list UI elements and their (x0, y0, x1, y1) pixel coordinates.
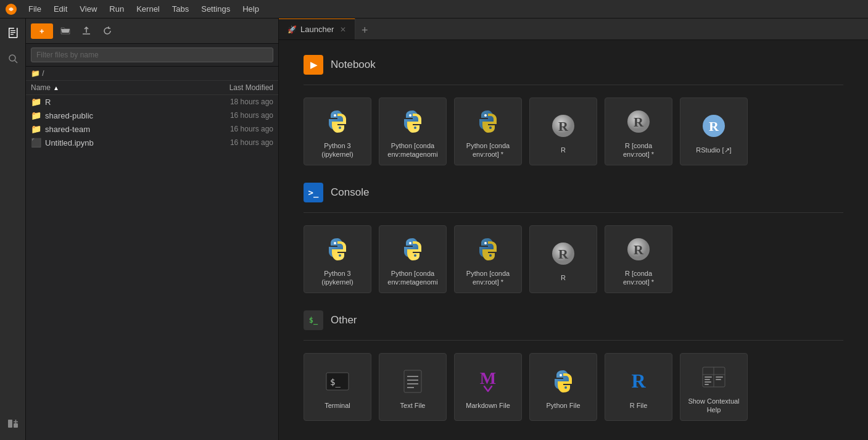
refresh-button[interactable] (99, 22, 116, 39)
upload-button[interactable] (78, 22, 95, 39)
svg-text:R: R (634, 114, 644, 130)
notebook-rstudio-card[interactable]: R RStudio [↗] (680, 98, 748, 165)
svg-point-27 (409, 242, 411, 244)
console-r-card[interactable]: R R (529, 225, 597, 293)
svg-rect-3 (9, 37, 17, 38)
svg-text:R: R (709, 118, 719, 134)
file-panel: + + (26, 19, 279, 440)
new-button[interactable]: + + (31, 23, 53, 39)
svg-rect-11 (14, 423, 18, 428)
markdown-icon: M (473, 367, 503, 396)
console-section-icon: >_ (304, 183, 323, 202)
python-dark-icon (473, 107, 503, 136)
menu-run[interactable]: Run (104, 3, 129, 15)
menu-view[interactable]: View (75, 3, 102, 15)
notebook-r-conda-root-card[interactable]: R R [conda env:root] * (605, 98, 672, 165)
breadcrumb: 📁 / (26, 67, 278, 81)
content-area: 🚀 Launcher ✕ + ▶ Notebook (279, 19, 868, 440)
svg-rect-10 (8, 423, 12, 428)
menu-file[interactable]: File (23, 3, 46, 15)
tab-launcher[interactable]: 🚀 Launcher ✕ (279, 19, 355, 39)
terminal-card[interactable]: $_ Terminal (304, 353, 371, 421)
activity-extensions[interactable] (2, 414, 23, 435)
markdown-card[interactable]: M Markdown File (454, 353, 522, 421)
console-r-conda-root-card[interactable]: R R [conda env:root] * (605, 225, 672, 293)
svg-text:M: M (480, 368, 496, 388)
notebook-section-icon: ▶ (304, 55, 323, 75)
list-item[interactable]: ⬛ Untitled.ipynb 16 hours ago (26, 136, 278, 149)
folder-icon: 📁 (31, 69, 40, 78)
python-file-card[interactable]: Python File (529, 353, 597, 421)
svg-point-44 (564, 386, 567, 389)
app-logo (5, 3, 17, 15)
console-r-gray2-icon: R (624, 235, 653, 264)
file-list-header[interactable]: Name ▲ Last Modified (26, 81, 278, 95)
python-icon (323, 107, 352, 136)
launcher-tab-icon: 🚀 (287, 25, 297, 34)
other-section-icon: $_ (304, 310, 323, 330)
console-python-conda-root-card[interactable]: Python [conda env:root] * (454, 225, 522, 293)
menu-kernel[interactable]: Kernel (131, 3, 165, 15)
tab-bar: 🚀 Launcher ✕ + (279, 19, 868, 40)
svg-point-14 (339, 127, 341, 129)
console-python3-card[interactable]: Python 3 (ipykernel) (304, 225, 371, 293)
open-folder-button[interactable] (57, 22, 74, 39)
activity-search[interactable] (2, 48, 23, 69)
svg-rect-49 (705, 376, 712, 378)
list-item[interactable]: 📁 shared-public 16 hours ago (26, 109, 278, 122)
menu-settings[interactable]: Settings (196, 3, 235, 15)
rstudio-icon: R (699, 111, 729, 141)
notebook-icon: ⬛ (31, 138, 41, 147)
r-gray-icon: R (548, 111, 578, 141)
svg-point-28 (414, 254, 416, 257)
contextual-help-icon (699, 362, 729, 392)
svg-point-43 (560, 374, 562, 376)
r-file-card[interactable]: R R File (605, 353, 672, 421)
svg-line-9 (15, 60, 17, 63)
activity-files[interactable] (2, 22, 23, 43)
console-python-blue-icon (398, 235, 428, 264)
folder-icon: 📁 (31, 110, 41, 120)
list-item[interactable]: 📁 shared-team 16 hours ago (26, 122, 278, 136)
activity-bar (0, 19, 26, 440)
contextual-help-card[interactable]: Show Contextual Help (680, 353, 748, 421)
list-item[interactable]: 📁 R 18 hours ago (26, 95, 278, 109)
search-input[interactable] (31, 48, 273, 62)
svg-point-29 (484, 242, 487, 244)
console-python-icon (323, 235, 352, 264)
svg-point-30 (489, 254, 492, 257)
tab-close-icon[interactable]: ✕ (340, 25, 346, 34)
notebook-cards-grid: Python 3 (ipykernel) (304, 98, 843, 165)
new-tab-button[interactable]: + (355, 21, 374, 39)
svg-point-17 (484, 114, 487, 117)
textfile-icon (398, 367, 428, 396)
svg-point-13 (334, 114, 336, 117)
svg-rect-6 (10, 32, 15, 33)
other-cards-grid: $_ Terminal (304, 353, 843, 421)
svg-point-26 (339, 254, 341, 257)
console-section-header: >_ Console (304, 183, 843, 202)
notebook-section-header: ▶ Notebook (304, 55, 843, 75)
menu-tabs[interactable]: Tabs (167, 3, 194, 15)
console-python-dark-icon (473, 235, 503, 264)
folder-icon: 📁 (31, 124, 41, 134)
menu-edit[interactable]: Edit (49, 3, 72, 15)
textfile-card[interactable]: Text File (379, 353, 447, 421)
notebook-r-card[interactable]: R R (529, 98, 597, 165)
notebook-python-conda-meta-card[interactable]: Python [conda env:metagenomi (379, 98, 447, 165)
console-cards-grid: Python 3 (ipykernel) (304, 225, 843, 293)
name-column-header[interactable]: Name ▲ (31, 83, 187, 92)
menu-help[interactable]: Help (238, 3, 264, 15)
console-python-conda-meta-card[interactable]: Python [conda env:metagenomi (379, 225, 447, 293)
other-section-header: $_ Other (304, 310, 843, 330)
launcher-panel: ▶ Notebook (279, 40, 868, 440)
notebook-python3-card[interactable]: Python 3 (ipykernel) (304, 98, 371, 165)
search-bar (26, 44, 278, 67)
modified-column-header[interactable]: Last Modified (187, 83, 273, 92)
terminal-icon: $_ (323, 367, 352, 396)
svg-point-15 (409, 114, 411, 117)
notebook-python-conda-root-card[interactable]: Python [conda env:root] * (454, 98, 522, 165)
python-blue-icon (398, 107, 428, 136)
svg-rect-50 (705, 379, 710, 380)
svg-point-18 (489, 127, 492, 129)
